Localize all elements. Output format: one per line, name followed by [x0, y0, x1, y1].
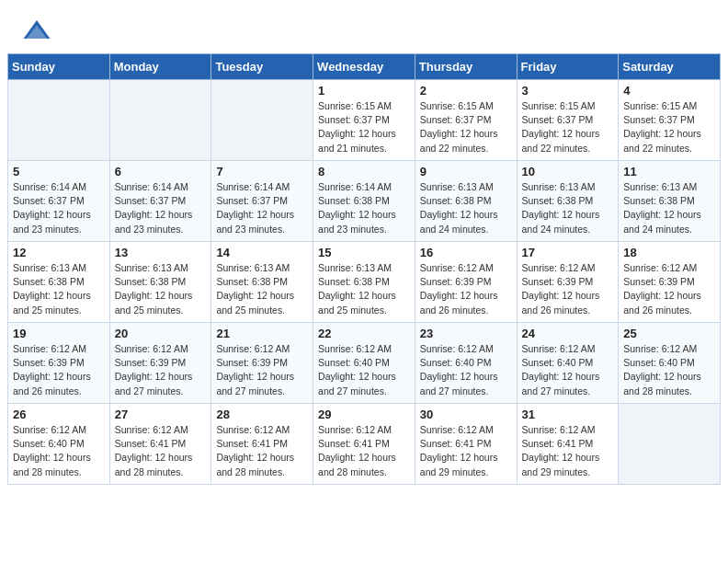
calendar-day-header: Wednesday	[313, 54, 415, 80]
calendar-day-header: Monday	[109, 54, 211, 80]
calendar-day-cell	[211, 80, 313, 161]
day-number: 12	[13, 246, 105, 259]
calendar-week-row: 26Sunrise: 6:12 AMSunset: 6:40 PMDayligh…	[8, 404, 721, 485]
day-info: Sunrise: 6:12 AMSunset: 6:41 PMDaylight:…	[522, 423, 614, 479]
calendar-day-cell: 19Sunrise: 6:12 AMSunset: 6:39 PMDayligh…	[8, 323, 110, 404]
calendar-day-cell: 30Sunrise: 6:12 AMSunset: 6:41 PMDayligh…	[415, 404, 517, 485]
day-info: Sunrise: 6:13 AMSunset: 6:38 PMDaylight:…	[522, 180, 614, 236]
day-info: Sunrise: 6:13 AMSunset: 6:38 PMDaylight:…	[623, 180, 715, 236]
calendar-week-row: 12Sunrise: 6:13 AMSunset: 6:38 PMDayligh…	[8, 242, 721, 323]
calendar-day-cell: 26Sunrise: 6:12 AMSunset: 6:40 PMDayligh…	[8, 404, 110, 485]
calendar-day-cell: 22Sunrise: 6:12 AMSunset: 6:40 PMDayligh…	[313, 323, 415, 404]
calendar-day-cell: 10Sunrise: 6:13 AMSunset: 6:38 PMDayligh…	[517, 161, 619, 242]
calendar-day-header: Sunday	[8, 54, 110, 80]
day-number: 9	[420, 165, 512, 178]
calendar-day-cell: 4Sunrise: 6:15 AMSunset: 6:37 PMDaylight…	[619, 80, 721, 161]
calendar-day-cell: 21Sunrise: 6:12 AMSunset: 6:39 PMDayligh…	[211, 323, 313, 404]
calendar-wrapper: SundayMondayTuesdayWednesdayThursdayFrid…	[0, 53, 728, 492]
calendar-week-row: 19Sunrise: 6:12 AMSunset: 6:39 PMDayligh…	[8, 323, 721, 404]
day-info: Sunrise: 6:12 AMSunset: 6:39 PMDaylight:…	[115, 342, 207, 398]
calendar-day-cell: 9Sunrise: 6:13 AMSunset: 6:38 PMDaylight…	[415, 161, 517, 242]
calendar-day-cell: 5Sunrise: 6:14 AMSunset: 6:37 PMDaylight…	[8, 161, 110, 242]
calendar-day-cell	[619, 404, 721, 485]
calendar-table: SundayMondayTuesdayWednesdayThursdayFrid…	[7, 53, 721, 485]
day-info: Sunrise: 6:12 AMSunset: 6:40 PMDaylight:…	[522, 342, 614, 398]
calendar-day-cell: 16Sunrise: 6:12 AMSunset: 6:39 PMDayligh…	[415, 242, 517, 323]
day-number: 14	[216, 246, 308, 259]
calendar-day-cell: 13Sunrise: 6:13 AMSunset: 6:38 PMDayligh…	[109, 242, 211, 323]
calendar-day-header: Thursday	[415, 54, 517, 80]
day-info: Sunrise: 6:13 AMSunset: 6:38 PMDaylight:…	[216, 261, 308, 317]
day-number: 22	[318, 327, 410, 340]
day-info: Sunrise: 6:14 AMSunset: 6:38 PMDaylight:…	[318, 180, 410, 236]
day-info: Sunrise: 6:15 AMSunset: 6:37 PMDaylight:…	[522, 99, 614, 155]
day-info: Sunrise: 6:14 AMSunset: 6:37 PMDaylight:…	[115, 180, 207, 236]
calendar-day-cell: 3Sunrise: 6:15 AMSunset: 6:37 PMDaylight…	[517, 80, 619, 161]
day-number: 3	[522, 84, 614, 98]
calendar-day-cell: 15Sunrise: 6:13 AMSunset: 6:38 PMDayligh…	[313, 242, 415, 323]
day-number: 5	[13, 165, 105, 178]
day-number: 19	[13, 327, 105, 340]
day-info: Sunrise: 6:12 AMSunset: 6:40 PMDaylight:…	[623, 342, 715, 398]
calendar-day-cell: 25Sunrise: 6:12 AMSunset: 6:40 PMDayligh…	[619, 323, 721, 404]
day-info: Sunrise: 6:13 AMSunset: 6:38 PMDaylight:…	[115, 261, 207, 317]
day-number: 23	[420, 327, 512, 340]
calendar-day-cell: 14Sunrise: 6:13 AMSunset: 6:38 PMDayligh…	[211, 242, 313, 323]
calendar-day-header: Friday	[517, 54, 619, 80]
logo-icon	[22, 17, 51, 46]
day-number: 20	[115, 327, 207, 340]
calendar-day-cell: 8Sunrise: 6:14 AMSunset: 6:38 PMDaylight…	[313, 161, 415, 242]
day-number: 28	[216, 408, 308, 421]
day-info: Sunrise: 6:12 AMSunset: 6:41 PMDaylight:…	[420, 423, 512, 479]
day-info: Sunrise: 6:13 AMSunset: 6:38 PMDaylight:…	[318, 261, 410, 317]
day-number: 7	[216, 165, 308, 178]
day-number: 31	[522, 408, 614, 421]
day-number: 21	[216, 327, 308, 340]
day-info: Sunrise: 6:12 AMSunset: 6:40 PMDaylight:…	[318, 342, 410, 398]
calendar-week-row: 5Sunrise: 6:14 AMSunset: 6:37 PMDaylight…	[8, 161, 721, 242]
day-info: Sunrise: 6:14 AMSunset: 6:37 PMDaylight:…	[13, 180, 105, 236]
calendar-day-cell: 23Sunrise: 6:12 AMSunset: 6:40 PMDayligh…	[415, 323, 517, 404]
logo	[22, 17, 55, 46]
day-number: 30	[420, 408, 512, 421]
calendar-day-cell: 28Sunrise: 6:12 AMSunset: 6:41 PMDayligh…	[211, 404, 313, 485]
day-number: 24	[522, 327, 614, 340]
day-number: 15	[318, 246, 410, 259]
calendar-day-cell: 6Sunrise: 6:14 AMSunset: 6:37 PMDaylight…	[109, 161, 211, 242]
day-info: Sunrise: 6:14 AMSunset: 6:37 PMDaylight:…	[216, 180, 308, 236]
day-number: 11	[623, 165, 715, 178]
day-number: 18	[623, 246, 715, 259]
day-number: 1	[318, 84, 410, 98]
day-info: Sunrise: 6:12 AMSunset: 6:39 PMDaylight:…	[216, 342, 308, 398]
day-info: Sunrise: 6:13 AMSunset: 6:38 PMDaylight:…	[13, 261, 105, 317]
calendar-day-cell: 18Sunrise: 6:12 AMSunset: 6:39 PMDayligh…	[619, 242, 721, 323]
calendar-day-cell: 17Sunrise: 6:12 AMSunset: 6:39 PMDayligh…	[517, 242, 619, 323]
calendar-day-cell	[8, 80, 110, 161]
calendar-day-cell: 27Sunrise: 6:12 AMSunset: 6:41 PMDayligh…	[109, 404, 211, 485]
day-number: 27	[115, 408, 207, 421]
day-number: 17	[522, 246, 614, 259]
day-info: Sunrise: 6:12 AMSunset: 6:39 PMDaylight:…	[420, 261, 512, 317]
day-number: 25	[623, 327, 715, 340]
day-number: 6	[115, 165, 207, 178]
day-info: Sunrise: 6:15 AMSunset: 6:37 PMDaylight:…	[318, 99, 410, 155]
calendar-day-header: Tuesday	[211, 54, 313, 80]
calendar-day-cell: 29Sunrise: 6:12 AMSunset: 6:41 PMDayligh…	[313, 404, 415, 485]
day-number: 8	[318, 165, 410, 178]
calendar-day-cell: 24Sunrise: 6:12 AMSunset: 6:40 PMDayligh…	[517, 323, 619, 404]
calendar-day-cell: 12Sunrise: 6:13 AMSunset: 6:38 PMDayligh…	[8, 242, 110, 323]
calendar-day-cell: 11Sunrise: 6:13 AMSunset: 6:38 PMDayligh…	[619, 161, 721, 242]
day-info: Sunrise: 6:12 AMSunset: 6:41 PMDaylight:…	[115, 423, 207, 479]
day-info: Sunrise: 6:15 AMSunset: 6:37 PMDaylight:…	[623, 99, 715, 155]
day-info: Sunrise: 6:15 AMSunset: 6:37 PMDaylight:…	[420, 99, 512, 155]
day-info: Sunrise: 6:12 AMSunset: 6:39 PMDaylight:…	[13, 342, 105, 398]
day-number: 13	[115, 246, 207, 259]
day-number: 10	[522, 165, 614, 178]
calendar-day-cell: 31Sunrise: 6:12 AMSunset: 6:41 PMDayligh…	[517, 404, 619, 485]
day-info: Sunrise: 6:12 AMSunset: 6:39 PMDaylight:…	[623, 261, 715, 317]
day-number: 26	[13, 408, 105, 421]
page-header	[0, 0, 728, 53]
day-number: 2	[420, 84, 512, 98]
day-number: 4	[623, 84, 715, 98]
calendar-day-cell: 2Sunrise: 6:15 AMSunset: 6:37 PMDaylight…	[415, 80, 517, 161]
